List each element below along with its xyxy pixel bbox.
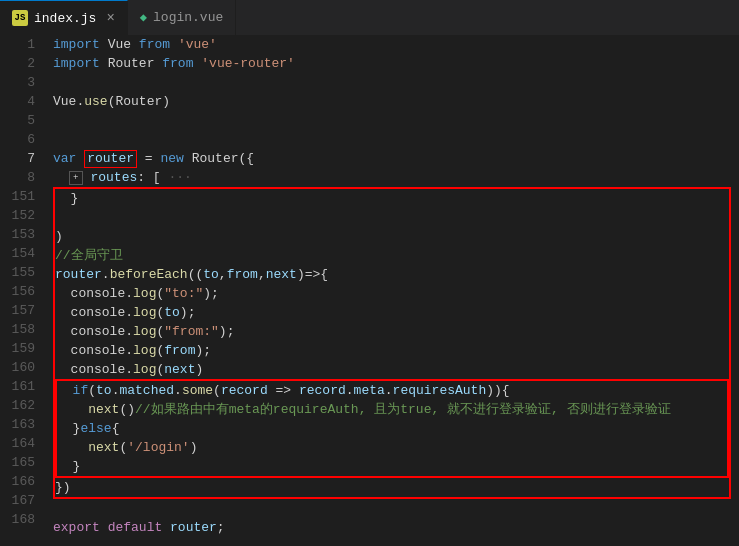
code-line-153: ) bbox=[55, 227, 729, 246]
tab-bar: JS index.js × ◆ login.vue bbox=[0, 0, 739, 35]
ln-159: 159 bbox=[0, 339, 45, 358]
code-line-164: next('/login') bbox=[57, 438, 727, 457]
ln-163: 163 bbox=[0, 415, 45, 434]
code-line-165: } bbox=[57, 457, 727, 476]
line-numbers: 1 2 3 4 5 6 7 8 151 152 153 154 155 156 … bbox=[0, 35, 45, 546]
ln-167: 167 bbox=[0, 491, 45, 510]
code-area: import Vue from 'vue' import Router from… bbox=[45, 35, 739, 546]
code-line-152 bbox=[55, 208, 729, 227]
code-line-6 bbox=[53, 130, 739, 149]
ln-155: 155 bbox=[0, 263, 45, 282]
code-line-157: console.log(to); bbox=[55, 303, 729, 322]
code-line-155: router.beforeEach((to,from,next)=>{ bbox=[55, 265, 729, 284]
tab-close-index[interactable]: × bbox=[106, 10, 114, 26]
ln-154: 154 bbox=[0, 244, 45, 263]
code-line-154: //全局守卫 bbox=[55, 246, 729, 265]
code-line-3 bbox=[53, 73, 739, 92]
tab-label-login: login.vue bbox=[153, 10, 223, 25]
ln-164: 164 bbox=[0, 434, 45, 453]
global-guard-section: } ) //全局守卫 router.beforeEach((to,from,ne… bbox=[53, 187, 731, 499]
code-line-160: console.log(next) bbox=[55, 360, 729, 379]
ln-151: 151 bbox=[0, 187, 45, 206]
code-line-1: import Vue from 'vue' bbox=[53, 35, 739, 54]
code-line-167 bbox=[53, 499, 739, 518]
code-line-158: console.log("from:"); bbox=[55, 322, 729, 341]
code-line-159: console.log(from); bbox=[55, 341, 729, 360]
code-line-8: + routes: [ ··· bbox=[53, 168, 739, 187]
ln-165: 165 bbox=[0, 453, 45, 472]
tab-label-index: index.js bbox=[34, 11, 96, 26]
ln-4: 4 bbox=[0, 92, 45, 111]
code-line-168: export default router; bbox=[53, 518, 739, 537]
code-line-5 bbox=[53, 111, 739, 130]
ln-157: 157 bbox=[0, 301, 45, 320]
ln-2: 2 bbox=[0, 54, 45, 73]
code-line-4: Vue.use(Router) bbox=[53, 92, 739, 111]
ln-153: 153 bbox=[0, 225, 45, 244]
code-line-151: } bbox=[55, 189, 729, 208]
ln-161: 161 bbox=[0, 377, 45, 396]
editor-container: JS index.js × ◆ login.vue 1 2 3 4 5 6 7 … bbox=[0, 0, 739, 546]
ln-166: 166 bbox=[0, 472, 45, 491]
ln-1: 1 bbox=[0, 35, 45, 54]
tab-index-js[interactable]: JS index.js × bbox=[0, 0, 128, 35]
ln-168: 168 bbox=[0, 510, 45, 529]
ln-8: 8 bbox=[0, 168, 45, 187]
code-line-2: import Router from 'vue-router' bbox=[53, 54, 739, 73]
ln-3: 3 bbox=[0, 73, 45, 92]
code-line-156: console.log("to:"); bbox=[55, 284, 729, 303]
ln-162: 162 bbox=[0, 396, 45, 415]
collapse-icon[interactable]: + bbox=[69, 171, 83, 185]
code-line-166: }) bbox=[55, 478, 729, 497]
ln-160: 160 bbox=[0, 358, 45, 377]
code-line-163: }else{ bbox=[57, 419, 727, 438]
ln-158: 158 bbox=[0, 320, 45, 339]
ln-6: 6 bbox=[0, 130, 45, 149]
ln-156: 156 bbox=[0, 282, 45, 301]
code-line-162: next()//如果路由中有meta的requireAuth, 且为true, … bbox=[57, 400, 727, 419]
ln-152: 152 bbox=[0, 206, 45, 225]
editor: 1 2 3 4 5 6 7 8 151 152 153 154 155 156 … bbox=[0, 35, 739, 546]
code-line-161: if(to.matched.some(record => record.meta… bbox=[57, 381, 727, 400]
js-icon: JS bbox=[12, 10, 28, 26]
ln-5: 5 bbox=[0, 111, 45, 130]
if-block-section: if(to.matched.some(record => record.meta… bbox=[55, 379, 729, 478]
ln-7: 7 bbox=[0, 149, 45, 168]
code-line-7: var router = new Router({ bbox=[53, 149, 739, 168]
tab-login-vue[interactable]: ◆ login.vue bbox=[128, 0, 236, 35]
vue-icon: ◆ bbox=[140, 10, 147, 25]
